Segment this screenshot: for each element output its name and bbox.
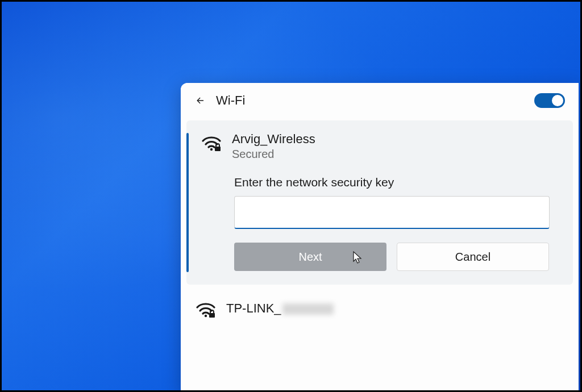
wifi-toggle[interactable] xyxy=(534,93,565,108)
next-button-label: Next xyxy=(298,251,322,264)
password-prompt-section: Enter the network security key Next Canc… xyxy=(234,176,559,271)
network-status: Secured xyxy=(232,148,315,161)
header-left-group: Wi-Fi xyxy=(194,93,245,108)
network-info: Arvig_Wireless Secured xyxy=(232,132,315,161)
back-button[interactable] xyxy=(194,94,207,107)
svg-rect-3 xyxy=(209,313,215,318)
wifi-flyout-panel: Wi-Fi Arvig_Wireless Secured xyxy=(181,83,579,392)
next-button[interactable]: Next xyxy=(234,243,386,271)
wifi-secured-icon xyxy=(196,301,216,319)
network-password-input[interactable] xyxy=(234,196,550,229)
cancel-button-label: Cancel xyxy=(455,251,490,264)
panel-title: Wi-Fi xyxy=(216,93,245,108)
cancel-button[interactable]: Cancel xyxy=(397,243,549,271)
network-list-item[interactable]: TP-LINK_ xyxy=(181,285,579,324)
selected-network-card: Arvig_Wireless Secured Enter the network… xyxy=(186,120,573,285)
svg-rect-1 xyxy=(215,147,221,151)
network-name: Arvig_Wireless xyxy=(232,132,315,147)
other-network-name-text: TP-LINK_ xyxy=(226,301,281,315)
other-network-name: TP-LINK_ xyxy=(226,301,334,316)
wifi-secured-icon xyxy=(201,134,222,152)
redacted-text xyxy=(282,303,334,315)
arrow-left-icon xyxy=(195,95,206,106)
mouse-cursor-icon xyxy=(352,251,363,264)
network-header[interactable]: Arvig_Wireless Secured xyxy=(201,132,559,161)
selection-accent-bar xyxy=(186,133,189,272)
panel-header: Wi-Fi xyxy=(181,83,579,117)
svg-point-0 xyxy=(210,148,213,151)
svg-point-2 xyxy=(205,315,207,317)
button-row: Next Cancel xyxy=(234,243,559,271)
password-prompt-label: Enter the network security key xyxy=(234,176,559,189)
toggle-knob xyxy=(552,95,563,106)
